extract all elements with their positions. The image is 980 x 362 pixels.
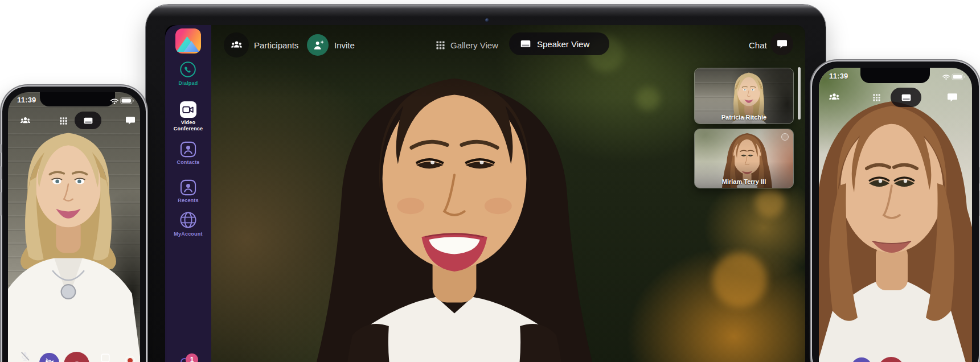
- chat-bubble-icon[interactable]: [947, 93, 958, 102]
- app-sidebar: Dialpad Video Conference Contacts Recent…: [165, 25, 211, 362]
- gallery-grid-icon[interactable]: [436, 41, 445, 50]
- chat-button[interactable]: [770, 32, 793, 55]
- bokeh-light: [712, 253, 767, 307]
- left-phone-device: 11:39: [2, 87, 146, 362]
- webcam-dot: [485, 18, 489, 22]
- invite-button[interactable]: [307, 34, 329, 56]
- speaker-view-button[interactable]: [891, 88, 921, 107]
- participant-tile-patricia[interactable]: Patricia Ritchie: [694, 68, 794, 124]
- battery-icon: [120, 97, 134, 104]
- phone-notch: [40, 92, 115, 106]
- participant-name: Miriam Terry III: [695, 178, 793, 185]
- sidebar-item-label: Dialpad: [165, 80, 211, 87]
- chat-bubble-icon: [777, 39, 788, 49]
- invite-person-plus-icon: [313, 40, 323, 50]
- wifi-icon: [942, 74, 950, 80]
- record-button[interactable]: [125, 356, 135, 362]
- phone-notch: [860, 68, 930, 83]
- tablet-device: Participants Invite Gallery View Speaker…: [146, 5, 826, 362]
- sidebar-item-label: Recents: [165, 198, 211, 204]
- speaker-screen-icon: [520, 40, 531, 48]
- speaker-screen-icon: [901, 94, 911, 101]
- main-speaker-video: Participants Invite Gallery View Speaker…: [211, 25, 805, 362]
- contact-card-icon: [180, 141, 196, 158]
- phone-volume-button: [0, 166, 2, 180]
- participant-name: Patricia Ritchie: [695, 114, 793, 121]
- participants-label[interactable]: Participants: [254, 40, 298, 50]
- video-camera-icon: [180, 101, 196, 118]
- participant-tile-miriam[interactable]: Miriam Terry III: [694, 129, 794, 188]
- participants-button[interactable]: [224, 32, 249, 57]
- tile-status-icon: [781, 133, 789, 141]
- globe-icon: [179, 211, 198, 229]
- bokeh-light: [755, 188, 785, 217]
- speaker-view-button[interactable]: [75, 112, 101, 129]
- badge-count: 1: [190, 356, 194, 362]
- participants-icon[interactable]: [829, 93, 840, 102]
- right-phone-screen: 11:39: [819, 68, 972, 362]
- chat-bubble-icon[interactable]: [125, 116, 136, 125]
- sidebar-item-label: Contacts: [165, 159, 211, 166]
- participants-scrollbar[interactable]: [798, 67, 801, 120]
- status-time: 11:39: [17, 96, 36, 104]
- notification-badge: 1: [186, 353, 198, 362]
- speaker-view-button[interactable]: Speaker View: [509, 32, 609, 55]
- battery-icon: [952, 73, 965, 80]
- left-phone-screen: 11:39: [8, 92, 140, 362]
- phone-volume-button: [0, 192, 2, 216]
- gallery-grid-icon[interactable]: [60, 117, 67, 125]
- phone-side-button: [0, 144, 2, 153]
- tablet-screen: Participants Invite Gallery View Speaker…: [165, 25, 805, 362]
- app-logo[interactable]: [175, 28, 201, 54]
- call-person-patricia: [8, 92, 140, 362]
- marketing-hero: Participants Invite Gallery View Speaker…: [0, 0, 980, 362]
- gallery-grid-icon[interactable]: [873, 94, 880, 101]
- record-icon: [128, 358, 133, 362]
- participants-icon: [231, 40, 243, 50]
- recents-card-icon: [180, 179, 196, 196]
- speaker-view-label: Speaker View: [537, 39, 589, 49]
- right-phone-device: 11:39: [812, 61, 979, 362]
- speaker-screen-icon: [84, 117, 93, 124]
- status-time: 11:39: [829, 72, 848, 80]
- hangup-phone-icon: [70, 356, 84, 362]
- share-screen-icon[interactable]: [100, 353, 110, 362]
- chat-label[interactable]: Chat: [749, 40, 767, 50]
- gallery-view-label[interactable]: Gallery View: [450, 40, 498, 50]
- wifi-icon: [110, 98, 119, 105]
- mic-off-icon[interactable]: [19, 351, 31, 362]
- participants-icon[interactable]: [20, 117, 31, 125]
- sidebar-item-label: MyAccount: [165, 231, 211, 237]
- video-off-icon: [44, 357, 55, 362]
- sidebar-item-label: Video Conference: [165, 120, 211, 132]
- invite-label[interactable]: Invite: [334, 40, 355, 50]
- phone-icon: [179, 61, 196, 78]
- call-person-miriam: [819, 68, 972, 362]
